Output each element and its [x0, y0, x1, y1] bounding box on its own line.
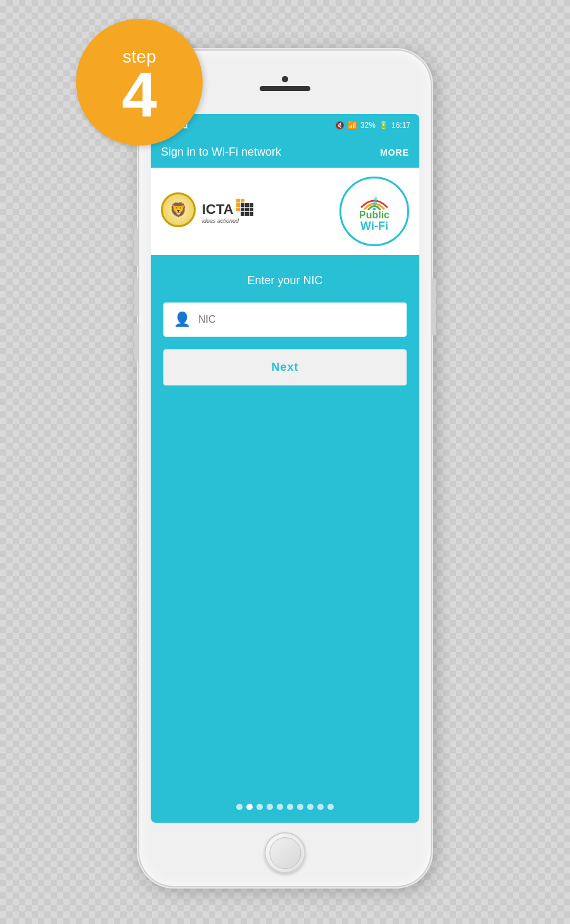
icta-word: ICTA	[202, 201, 234, 218]
public-label: Public	[359, 210, 390, 220]
app-bar: Sign in to Wi-Fi network MORE	[151, 137, 419, 168]
wifi-signal-svg	[358, 191, 390, 210]
next-button-label: Next	[271, 361, 298, 373]
srilanka-emblem: 🦁	[161, 192, 196, 230]
icta-text-group: ICTA	[202, 199, 253, 218]
dot-1	[236, 804, 243, 810]
nic-input[interactable]	[198, 314, 396, 325]
step-badge: step 4	[76, 19, 203, 146]
public-wifi-logo: Public Wi-Fi	[339, 177, 409, 246]
emblem-circle: 🦁	[161, 192, 196, 227]
nic-prompt: Enter your NIC	[247, 274, 322, 287]
logo-banner: 🦁 ICTA	[151, 168, 419, 255]
dot-8	[307, 804, 314, 810]
home-button[interactable]	[265, 832, 306, 873]
next-button[interactable]: Next	[163, 349, 407, 385]
main-content: Enter your NIC 👤 Next	[151, 255, 419, 823]
battery-icon: 🔋	[379, 121, 388, 130]
phone-top-elements	[228, 76, 342, 91]
icta-grid	[236, 199, 253, 216]
home-button-inner	[269, 837, 301, 869]
public-wifi-inner: Public Wi-Fi	[358, 191, 390, 232]
speaker-bar	[260, 86, 310, 91]
camera-dot	[282, 76, 288, 82]
nic-input-container[interactable]: 👤	[163, 303, 407, 337]
phone-screen: 📶 S 🖼 🔇 📶 32% 🔋 16:17 Sign in to Wi-Fi n…	[151, 114, 419, 823]
dot-2	[246, 804, 253, 810]
app-bar-title: Sign in to Wi-Fi network	[161, 146, 281, 159]
person-icon: 👤	[174, 311, 191, 328]
dot-6	[287, 804, 293, 810]
dot-5	[277, 804, 283, 810]
logo-left-group: 🦁 ICTA	[161, 192, 253, 230]
battery-percentage: 32%	[360, 121, 376, 130]
dot-10	[327, 804, 334, 810]
phone-frame: 📶 S 🖼 🔇 📶 32% 🔋 16:17 Sign in to Wi-Fi n…	[139, 51, 431, 886]
dot-7	[297, 804, 303, 810]
step-number: 4	[122, 66, 157, 123]
dot-9	[317, 804, 324, 810]
clock: 16:17	[391, 121, 410, 130]
status-icons-right: 🔇 📶 32% 🔋 16:17	[335, 121, 410, 130]
icta-tagline: ideas actioned	[202, 218, 239, 224]
dot-3	[256, 804, 263, 810]
wifi-label: Wi-Fi	[360, 220, 388, 232]
mute-icon: 🔇	[335, 121, 345, 130]
more-button[interactable]: MORE	[380, 147, 409, 158]
pagination-dots	[151, 804, 419, 810]
dot-4	[267, 804, 273, 810]
signal-icon: 📶	[348, 121, 357, 130]
icta-logo: ICTA	[202, 199, 253, 224]
